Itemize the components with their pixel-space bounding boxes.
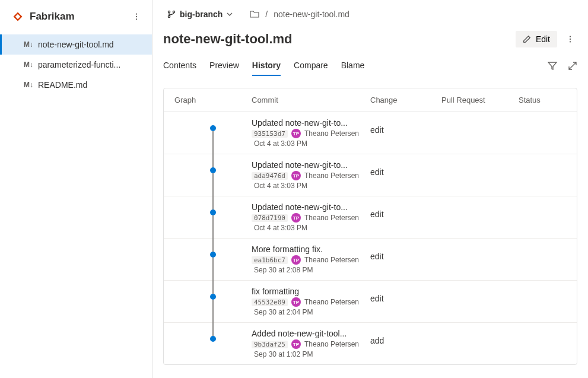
svg-point-0 <box>136 13 137 14</box>
svg-point-7 <box>570 39 571 40</box>
commit-meta: ada9476dTPTheano Petersen <box>252 171 370 180</box>
graph-cell <box>174 244 252 274</box>
svg-point-3 <box>168 11 170 12</box>
commit-message[interactable]: More formatting fix. <box>252 244 370 254</box>
tabs: ContentsPreviewHistoryCompareBlame <box>163 56 364 76</box>
commit-author[interactable]: Theano Petersen <box>304 340 359 348</box>
commit-hash[interactable]: ada9476d <box>252 172 288 180</box>
tab-preview[interactable]: Preview <box>209 56 239 76</box>
avatar: TP <box>291 129 301 138</box>
commit-cell: fix formatting45532e09TPTheano PetersenS… <box>252 287 370 316</box>
commit-meta: 45532e09TPTheano Petersen <box>252 297 370 307</box>
history-row[interactable]: Updated note-new-git-to...935153d7TPThea… <box>164 112 577 154</box>
commit-meta: 078d7190TPTheano Petersen <box>252 213 370 223</box>
commit-author[interactable]: Theano Petersen <box>304 298 359 306</box>
branch-icon <box>167 9 176 19</box>
folder-icon[interactable] <box>250 10 259 18</box>
commit-time: Sep 30 at 1:02 PM <box>252 350 370 358</box>
commit-message[interactable]: Updated note-new-git-to... <box>252 202 370 212</box>
markdown-icon: M↓ <box>24 81 33 89</box>
branch-name: big-branch <box>180 9 223 19</box>
history-table: Graph Commit Change Pull Request Status … <box>163 88 577 365</box>
sidebar: Fabrikam M↓note-new-git-tool.mdM↓paramet… <box>0 0 152 378</box>
commit-cell: More formatting fix.ea1b6bc7TPTheano Pet… <box>252 244 370 274</box>
commit-message[interactable]: Added note-new-git-tool... <box>252 329 370 338</box>
file-item[interactable]: M↓parameterized-functi... <box>0 55 152 75</box>
avatar: TP <box>291 171 301 180</box>
avatar: TP <box>291 213 301 223</box>
breadcrumb-sep: / <box>265 9 268 19</box>
col-graph: Graph <box>174 96 252 104</box>
tab-compare[interactable]: Compare <box>294 56 328 76</box>
commit-hash[interactable]: 078d7190 <box>252 214 288 222</box>
history-row[interactable]: Added note-new-git-tool...9b3daf25TPThea… <box>164 323 577 364</box>
commit-dot-icon <box>210 125 216 131</box>
change-cell: edit <box>370 202 441 219</box>
content: Graph Commit Change Pull Request Status … <box>152 76 588 378</box>
commit-author[interactable]: Theano Petersen <box>304 214 359 222</box>
brand-logo-icon <box>12 11 24 23</box>
commit-hash[interactable]: 935153d7 <box>252 130 288 138</box>
commit-hash[interactable]: 45532e09 <box>252 298 288 306</box>
commit-hash[interactable]: 9b3daf25 <box>252 341 288 348</box>
change-cell: add <box>370 329 441 345</box>
commit-message[interactable]: Updated note-new-git-to... <box>252 160 370 170</box>
file-item[interactable]: M↓note-new-git-tool.md <box>0 34 152 55</box>
table-header: Graph Commit Change Pull Request Status <box>164 88 577 112</box>
avatar: TP <box>291 339 301 349</box>
col-change: Change <box>370 96 441 104</box>
brand[interactable]: Fabrikam <box>12 11 75 23</box>
branch-selector[interactable]: big-branch <box>163 7 237 21</box>
svg-point-4 <box>168 15 170 17</box>
tabs-row: ContentsPreviewHistoryCompareBlame <box>152 50 588 76</box>
col-pullrequest: Pull Request <box>441 96 519 104</box>
topbar: big-branch / note-new-git-tool.md <box>152 0 588 26</box>
tab-history[interactable]: History <box>252 56 281 76</box>
breadcrumb-file[interactable]: note-new-git-tool.md <box>274 9 349 19</box>
commit-hash[interactable]: ea1b6bc7 <box>252 256 288 264</box>
file-item[interactable]: M↓README.md <box>0 75 152 95</box>
brand-name: Fabrikam <box>30 11 75 23</box>
tab-contents[interactable]: Contents <box>163 56 196 76</box>
sidebar-more-icon[interactable] <box>129 9 144 24</box>
commit-cell: Updated note-new-git-to...ada9476dTPThea… <box>252 160 370 190</box>
history-row[interactable]: More formatting fix.ea1b6bc7TPTheano Pet… <box>164 239 577 281</box>
file-name: parameterized-functi... <box>38 60 120 69</box>
pencil-icon <box>523 35 531 43</box>
change-cell: edit <box>370 244 441 261</box>
col-status: Status <box>519 96 566 104</box>
avatar: TP <box>291 255 301 265</box>
commit-dot-icon <box>210 294 216 300</box>
commit-message[interactable]: fix formatting <box>252 287 370 296</box>
commit-meta: 9b3daf25TPTheano Petersen <box>252 339 370 349</box>
col-commit: Commit <box>252 96 370 104</box>
tabs-actions <box>548 61 577 71</box>
filter-icon[interactable] <box>548 61 557 71</box>
commit-message[interactable]: Updated note-new-git-to... <box>252 118 370 128</box>
history-row[interactable]: Updated note-new-git-to...078d7190TPThea… <box>164 196 577 239</box>
file-name: README.md <box>38 80 87 90</box>
svg-point-2 <box>136 18 137 20</box>
title-actions: Edit <box>516 31 577 47</box>
graph-cell <box>174 160 252 190</box>
graph-cell <box>174 287 252 316</box>
graph-cell <box>174 329 252 358</box>
edit-button[interactable]: Edit <box>516 31 557 47</box>
fullscreen-icon[interactable] <box>568 61 577 71</box>
change-cell: edit <box>370 160 441 177</box>
markdown-icon: M↓ <box>24 40 33 49</box>
main: big-branch / note-new-git-tool.md note-n… <box>152 0 588 378</box>
tab-blame[interactable]: Blame <box>341 56 365 76</box>
commit-dot-icon <box>210 209 216 215</box>
svg-point-5 <box>173 11 174 12</box>
commit-meta: ea1b6bc7TPTheano Petersen <box>252 255 370 265</box>
commit-dot-icon <box>210 167 216 173</box>
commit-time: Sep 30 at 2:08 PM <box>252 266 370 274</box>
markdown-icon: M↓ <box>24 61 33 69</box>
history-row[interactable]: fix formatting45532e09TPTheano PetersenS… <box>164 281 577 323</box>
commit-author[interactable]: Theano Petersen <box>304 256 359 264</box>
title-more-icon[interactable] <box>563 32 577 46</box>
commit-author[interactable]: Theano Petersen <box>304 129 359 138</box>
history-row[interactable]: Updated note-new-git-to...ada9476dTPThea… <box>164 154 577 196</box>
commit-author[interactable]: Theano Petersen <box>304 171 359 180</box>
